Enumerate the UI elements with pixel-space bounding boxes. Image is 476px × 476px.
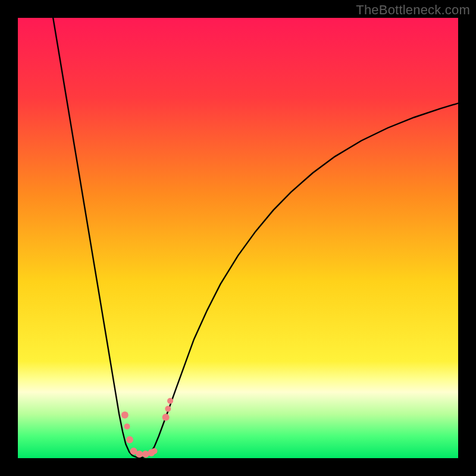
optimal-marker [151,448,157,454]
optimal-marker [162,414,170,421]
optimal-marker [136,450,143,458]
curve-right-branch [141,104,458,458]
optimal-marker [167,398,173,404]
optimal-marker [121,411,129,418]
optimal-marker [165,406,171,412]
optimal-marker [124,424,130,430]
watermark-text: TheBottleneck.com [356,2,470,18]
curve-layer [18,18,458,458]
chart-frame: TheBottleneck.com [0,0,476,476]
optimal-marker [126,436,133,443]
curve-left-branch [53,18,141,458]
plot-area [18,18,458,458]
